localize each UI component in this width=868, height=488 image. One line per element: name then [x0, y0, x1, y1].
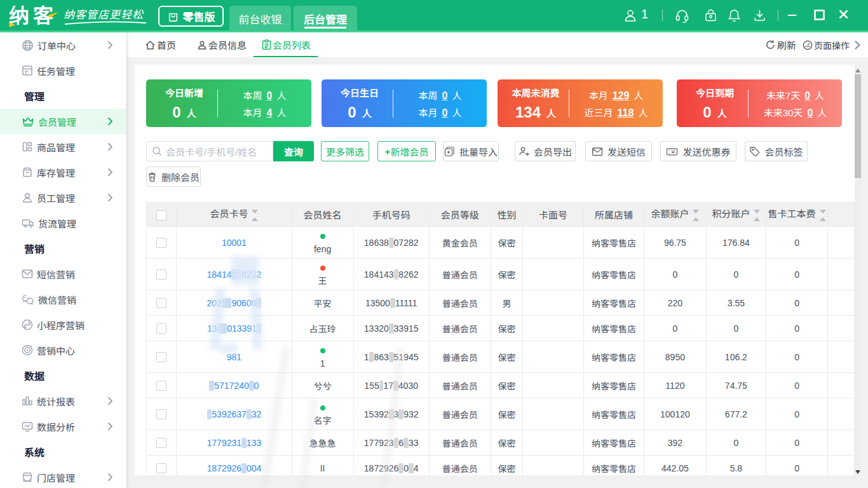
svg-text:纳客管店更轻松: 纳客管店更轻松: [64, 9, 144, 21]
svg-text:¥: ¥: [671, 148, 675, 154]
